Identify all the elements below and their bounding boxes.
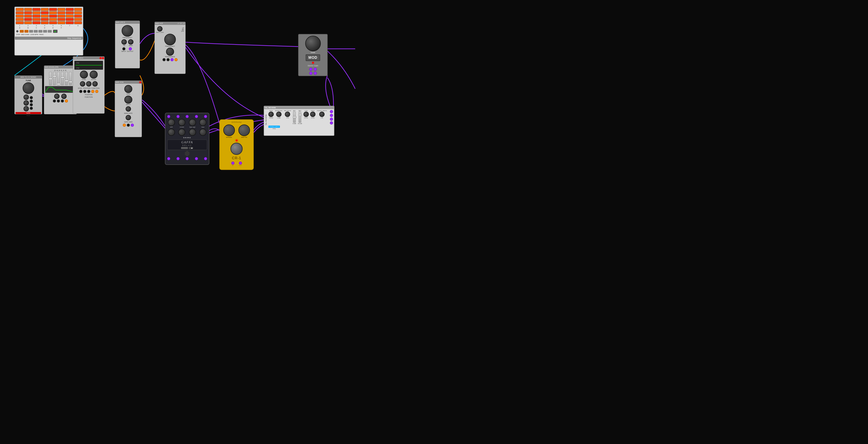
seq-cell[interactable] [16,18,24,21]
gaffa-out-jack-4[interactable] [195,157,198,160]
seq-cell[interactable] [41,8,49,11]
seq-cell[interactable] [24,14,32,18]
gaffa-toggle-1[interactable] [181,147,188,149]
gaffa-in-jack-4[interactable] [195,115,198,118]
gaffa-knob-7[interactable] [189,129,196,136]
seq-cell[interactable] [49,21,57,24]
seq-cell[interactable] [32,14,40,18]
env-jack-2[interactable] [57,99,60,102]
env-fader-h[interactable] [57,72,60,85]
seq-cell[interactable] [32,11,40,14]
lfo3-freq-knob[interactable] [122,25,133,37]
seq-cell[interactable] [58,18,65,21]
tal-low-knob[interactable] [304,112,309,117]
seq-cell[interactable] [16,21,24,24]
vco2-pitch-knob[interactable] [90,70,98,78]
gaffa-out-jack-5[interactable] [204,157,207,160]
gaffa-drift-knob[interactable] [168,119,175,126]
seq-cell[interactable] [74,11,82,14]
stereo-gain-knob[interactable] [305,36,321,51]
env-jack-out[interactable] [65,99,68,102]
seq-cell[interactable] [24,21,32,24]
midi-cv-tune-knob[interactable] [23,82,34,94]
midi-cv-knob-1[interactable] [24,95,29,100]
stereo-gain-in-jack-2[interactable] [314,68,317,71]
gaffa-knob-5[interactable] [168,129,175,136]
seq-cell[interactable] [41,14,49,18]
seq-play-button[interactable]: ▶ [53,30,58,33]
seq-cell[interactable] [66,18,74,21]
seq-cell[interactable] [74,18,82,21]
seq-button-1[interactable] [20,30,24,33]
vcf-jack-2[interactable] [166,58,169,61]
gaffa-hex-button[interactable] [184,151,190,156]
env-fader-r[interactable] [69,72,72,85]
seq-cell[interactable] [66,21,74,24]
vco2-knob-3[interactable] [92,81,98,87]
env-jack-1[interactable] [53,99,56,102]
cr1-speed-knob[interactable] [223,125,235,136]
tal-stereo-knob[interactable] [319,112,324,117]
vco2-jack-4[interactable] [91,90,94,93]
seq-cell[interactable] [16,14,24,18]
seq-cell[interactable] [74,21,82,24]
cr1-out-jack[interactable] [239,162,242,165]
seq-cell[interactable] [66,8,74,11]
gaffa-out-jack-3[interactable] [186,157,189,160]
lfo3-input-jack[interactable] [122,47,125,51]
seq-button-3[interactable] [29,30,33,33]
seq-cell[interactable] [66,11,74,14]
vcf-res-knob[interactable] [166,48,174,56]
seq-cell[interactable] [41,11,49,14]
seq-button-6[interactable] [43,30,47,33]
seq-button-4[interactable] [34,30,38,33]
tal-in-jack-1[interactable] [330,110,333,113]
tal-in-jack-2[interactable] [330,114,333,117]
tal-wet-fader[interactable] [299,112,301,123]
vca-jack-1[interactable] [123,124,126,127]
gaffa-tape-age-knob[interactable] [189,119,196,126]
vca-jack-out[interactable] [131,124,134,127]
cr1-depth-knob[interactable] [239,125,250,136]
vco2-jack-1[interactable] [79,90,82,93]
vco2-knob-2[interactable] [86,81,91,87]
vcf-jack-4[interactable] [175,58,178,61]
vcf-jack-3[interactable] [170,58,174,61]
seq-cell[interactable] [49,11,57,14]
seq-cell[interactable] [58,8,65,11]
lfo3-tm-knob[interactable] [121,39,127,44]
gaffa-out-jack-1[interactable] [167,157,170,160]
seq-cell[interactable] [41,21,49,24]
stereo-gain-out-jack-1[interactable] [309,72,312,75]
vco2-knob-1[interactable] [80,81,85,87]
tal-stereo-input-button[interactable]: STEREO INPUT [269,126,280,128]
env-knob-1[interactable] [54,94,60,99]
seq-button-2[interactable] [24,30,28,33]
vco2-jack-5[interactable] [95,90,98,93]
vcf-freq-knob[interactable] [164,34,176,45]
lfo3-mmh-knob[interactable] [128,39,133,44]
vcf-jack-1[interactable] [162,58,165,61]
cr1-in-jack[interactable] [231,162,235,165]
seq-cell[interactable] [58,11,65,14]
gaffa-toggle-2[interactable] [189,147,193,149]
seq-button-7[interactable] [48,30,52,33]
vca-jack-2[interactable] [127,124,130,127]
gaffa-out-jack-2[interactable] [177,157,180,160]
env-fader-s[interactable] [65,72,68,85]
seq-cell[interactable] [49,8,57,11]
midi-cv-jack-1[interactable] [30,96,33,99]
seq-cell[interactable] [58,14,65,18]
midi-cv-jack-3[interactable] [30,103,33,106]
stereo-gain-in-jack-1[interactable] [309,68,312,71]
seq-cell[interactable] [74,14,82,18]
seq-cell[interactable] [24,8,32,11]
seq-cell[interactable] [32,18,40,21]
env-jack-3[interactable] [61,99,64,102]
midi-cv-knob-2[interactable] [24,100,29,106]
gaffa-in-jack-2[interactable] [177,115,180,118]
seq-cell[interactable] [66,14,74,18]
midi-cv-jack-2[interactable] [30,100,33,103]
seq-cell[interactable] [32,21,40,24]
tal-predelay-knob[interactable] [285,112,290,117]
